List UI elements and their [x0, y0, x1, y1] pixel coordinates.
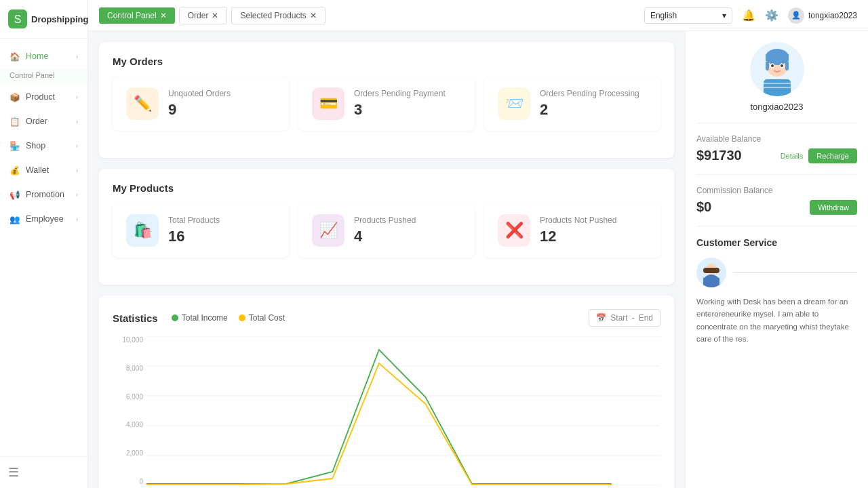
sidebar-item-order[interactable]: 📋 Order ›: [0, 109, 87, 134]
svg-rect-14: [766, 54, 789, 61]
pending-payment-label: Orders Pending Payment: [354, 89, 446, 98]
date-end-placeholder: End: [639, 313, 653, 323]
card-products-not-pushed[interactable]: ❌ Products Not Pushed 12: [484, 203, 660, 258]
available-balance-row: $91730 Details Recharge: [696, 148, 857, 163]
legend-income: Total Income: [172, 313, 228, 323]
chevron-icon-promotion: ›: [76, 191, 78, 199]
sidebar-item-wallet[interactable]: 💰 Wallet ›: [0, 158, 87, 182]
commission-balance-row: $0 Withdraw: [696, 199, 857, 215]
card-pending-processing[interactable]: 📨 Orders Pending Processing 2: [484, 77, 660, 131]
employee-icon: 👥: [9, 214, 20, 224]
date-range-picker[interactable]: 📅 Start - End: [589, 309, 660, 327]
chevron-icon-order: ›: [76, 118, 78, 125]
products-pushed-icon: 📈: [312, 214, 344, 247]
card-pending-payment[interactable]: 💳 Orders Pending Payment 3: [298, 77, 475, 131]
orders-cards-row: ✏️ Unquoted Orders 9 💳 Orders Pending Pa…: [113, 77, 660, 131]
card-products-pushed[interactable]: 📈 Products Pushed 4: [298, 203, 475, 258]
language-selector[interactable]: English ▾: [644, 7, 732, 24]
tab-order[interactable]: Order ✕: [179, 7, 228, 24]
products-pushed-label: Products Pushed: [354, 216, 416, 225]
card-unquoted-orders[interactable]: ✏️ Unquoted Orders 9: [113, 77, 289, 131]
content-area: My Orders ✏️ Unquoted Orders 9 💳 Orders …: [88, 31, 868, 488]
available-balance-amount: $91730: [696, 148, 742, 163]
tab-control-panel[interactable]: Control Panel ✕: [99, 7, 175, 24]
topbar-right: English ▾ 🔔 ⚙️ 👤 tongxiao2023: [644, 7, 857, 24]
y-label-5: 0: [113, 478, 143, 485]
logo-icon: S: [8, 9, 27, 28]
sidebar-item-promotion[interactable]: 📢 Promotion ›: [0, 182, 87, 207]
card-total-info: Total Products 16: [168, 216, 220, 245]
user-info[interactable]: 👤 tongxiao2023: [788, 7, 857, 24]
dropdown-arrow: ▾: [722, 11, 726, 20]
logo[interactable]: S Dropshipping: [0, 0, 87, 39]
unquoted-label: Unquoted Orders: [168, 89, 231, 98]
legend-cost: Total Cost: [239, 313, 285, 323]
recharge-button[interactable]: Recharge: [808, 148, 857, 163]
available-balance-actions: Details Recharge: [781, 148, 857, 163]
sidebar-label-wallet: Wallet: [26, 165, 49, 175]
products-not-pushed-icon: ❌: [498, 214, 530, 247]
tab-order-label: Order: [188, 11, 209, 20]
tab-selected-products-label: Selected Products: [240, 11, 306, 20]
card-unquoted-info: Unquoted Orders 9: [168, 89, 231, 119]
tab-selected-products[interactable]: Selected Products ✕: [231, 7, 325, 24]
shop-icon: 🏪: [9, 140, 20, 151]
tab-close-order[interactable]: ✕: [212, 11, 218, 20]
sidebar-item-shop[interactable]: 🏪 Shop ›: [0, 134, 87, 158]
product-icon: 📦: [9, 92, 20, 102]
sidebar-item-home[interactable]: 🏠 Home ›: [0, 44, 87, 68]
cs-divider-line: [733, 272, 857, 273]
commission-balance-section: Commission Balance $0 Withdraw: [696, 186, 857, 226]
card-pushed-info: Products Pushed 4: [354, 216, 416, 245]
sidebar: S Dropshipping 🏠 Home › Control Panel 📦 …: [0, 0, 88, 488]
sidebar-bottom: ☰: [0, 456, 87, 488]
menu-icon[interactable]: ☰: [8, 466, 19, 479]
svg-rect-15: [766, 61, 769, 70]
sidebar-label-employee: Employee: [26, 214, 64, 224]
y-label-0: 10,000: [113, 336, 143, 344]
products-pushed-value: 4: [354, 228, 416, 245]
my-products-title: My Products: [113, 182, 660, 194]
unquoted-orders-icon: ✏️: [126, 87, 159, 120]
details-button[interactable]: Details: [781, 148, 804, 163]
my-products-section: My Products 🛍️ Total Products 16 📈 Produ…: [99, 169, 674, 285]
chart-svg-area: [146, 336, 660, 485]
legend-income-label: Total Income: [182, 313, 228, 323]
user-profile: tongxiao2023: [696, 42, 857, 123]
card-total-products[interactable]: 🛍️ Total Products 16: [113, 203, 289, 258]
pending-payment-icon: 💳: [312, 87, 344, 120]
logo-text: Dropshipping: [31, 14, 89, 24]
sidebar-label-promotion: Promotion: [26, 190, 64, 199]
svg-point-19: [771, 64, 774, 67]
svg-rect-24: [703, 278, 719, 287]
legend-dot-cost: [239, 314, 245, 321]
right-panel-username: tongxiao2023: [750, 102, 803, 112]
products-not-pushed-label: Products Not Pushed: [540, 216, 616, 225]
cs-message: Working with Desk has been a dream for a…: [696, 296, 857, 346]
sidebar-nav: 🏠 Home › Control Panel 📦 Product › 📋 Ord…: [0, 39, 87, 456]
card-pending-payment-info: Orders Pending Payment 3: [354, 89, 446, 119]
sidebar-item-product[interactable]: 📦 Product ›: [0, 85, 87, 109]
wallet-icon: 💰: [9, 165, 20, 176]
chart-legend: Total Income Total Cost: [172, 313, 285, 323]
sidebar-item-employee[interactable]: 👥 Employee ›: [0, 207, 87, 231]
tab-close-control-panel[interactable]: ✕: [160, 11, 167, 20]
main-area: Control Panel ✕ Order ✕ Selected Product…: [88, 0, 868, 488]
y-label-4: 2,000: [113, 449, 143, 457]
settings-gear-icon[interactable]: ⚙️: [765, 9, 778, 22]
total-products-label: Total Products: [168, 216, 220, 225]
tab-close-selected-products[interactable]: ✕: [310, 11, 317, 20]
y-label-2: 6,000: [113, 393, 143, 401]
sidebar-label-product: Product: [26, 92, 55, 102]
withdraw-button[interactable]: Withdraw: [810, 200, 857, 215]
date-start-placeholder: Start: [610, 313, 627, 323]
card-pending-processing-info: Orders Pending Processing 2: [540, 89, 639, 119]
cs-agent-avatar: [696, 258, 726, 287]
chevron-icon-wallet: ›: [76, 167, 78, 174]
pending-payment-value: 3: [354, 101, 446, 119]
sidebar-label-home: Home: [26, 52, 48, 61]
svg-text:S: S: [14, 14, 22, 25]
notification-bell-icon[interactable]: 🔔: [742, 9, 755, 22]
stats-header: Statistics Total Income Total Cost: [113, 309, 660, 327]
statistics-section: Statistics Total Income Total Cost: [99, 296, 674, 488]
